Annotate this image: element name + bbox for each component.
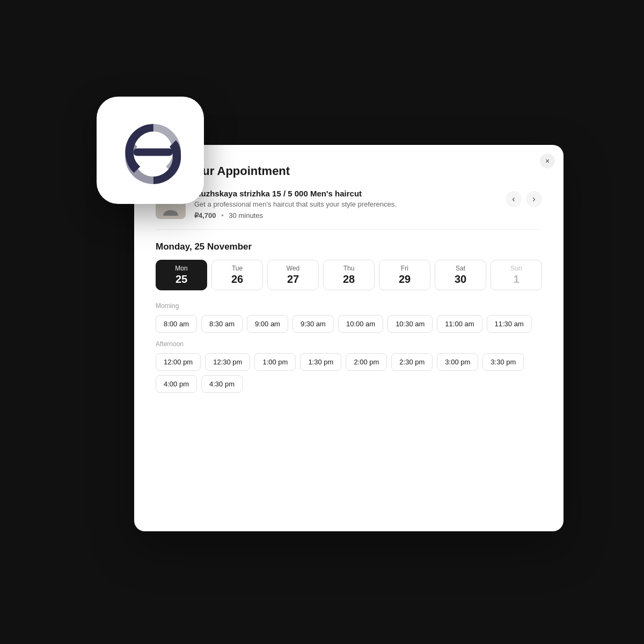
- day-button[interactable]: Thu28: [323, 260, 375, 290]
- time-slot-button[interactable]: 12:30 pm: [205, 353, 250, 371]
- squarespace-logo-icon: [113, 113, 188, 188]
- time-slot-button[interactable]: 3:30 pm: [482, 353, 524, 371]
- time-slot-button[interactable]: 11:30 am: [487, 315, 532, 333]
- service-meta: ₽4,700 • 30 minutes: [194, 211, 542, 219]
- booking-card: × Book Your Appointment Muzhskaya strizh…: [134, 145, 564, 531]
- service-duration: 30 minutes: [229, 211, 263, 219]
- morning-label: Morning: [156, 302, 542, 310]
- time-slot-button[interactable]: 8:00 am: [156, 315, 197, 333]
- time-slot-button[interactable]: 4:30 pm: [201, 375, 243, 393]
- service-price: ₽4,700: [194, 211, 216, 219]
- service-row: Muzhskaya strizhka 15 / 5 000 Men's hair…: [156, 189, 542, 230]
- day-button[interactable]: Mon25: [156, 260, 207, 290]
- day-picker: Mon25Tue26Wed27Thu28Fri29Sat30Sun1: [156, 260, 542, 290]
- service-name: Muzhskaya strizhka 15 / 5 000 Men's hair…: [194, 189, 542, 198]
- page-title: Book Your Appointment: [156, 164, 542, 178]
- time-slot-button[interactable]: 9:30 am: [292, 315, 334, 333]
- app-icon: [97, 97, 204, 204]
- time-slot-button[interactable]: 8:30 am: [201, 315, 243, 333]
- day-button[interactable]: Sat30: [435, 260, 486, 290]
- time-slot-button[interactable]: 2:00 pm: [346, 353, 387, 371]
- time-slot-button[interactable]: 4:00 pm: [156, 375, 197, 393]
- service-info: Muzhskaya strizhka 15 / 5 000 Men's hair…: [194, 189, 542, 219]
- afternoon-slots: 12:00 pm12:30 pm1:00 pm1:30 pm2:00 pm2:3…: [156, 353, 542, 393]
- day-button[interactable]: Wed27: [267, 260, 319, 290]
- time-slot-button[interactable]: 2:30 pm: [391, 353, 433, 371]
- morning-slots: 8:00 am8:30 am9:00 am9:30 am10:00 am10:3…: [156, 315, 542, 333]
- day-button[interactable]: Tue26: [211, 260, 263, 290]
- prev-button[interactable]: ‹: [506, 191, 522, 207]
- service-description: Get a professional men's haircut that su…: [194, 200, 542, 208]
- afternoon-label: Afternoon: [156, 340, 542, 348]
- time-slot-button[interactable]: 10:30 am: [387, 315, 433, 333]
- date-heading: Monday, 25 November: [156, 241, 542, 252]
- svg-rect-0: [134, 149, 173, 156]
- day-button[interactable]: Fri29: [379, 260, 430, 290]
- time-slot-button[interactable]: 11:00 am: [437, 315, 482, 333]
- time-slot-button[interactable]: 1:30 pm: [300, 353, 341, 371]
- next-button[interactable]: ›: [526, 191, 542, 207]
- time-slot-button[interactable]: 3:00 pm: [437, 353, 478, 371]
- time-slot-button[interactable]: 1:00 pm: [254, 353, 296, 371]
- time-slot-button[interactable]: 9:00 am: [247, 315, 288, 333]
- time-slot-button[interactable]: 12:00 pm: [156, 353, 201, 371]
- time-slot-button[interactable]: 10:00 am: [338, 315, 383, 333]
- close-button[interactable]: ×: [540, 153, 555, 169]
- nav-arrows: ‹ ›: [506, 191, 542, 207]
- day-button[interactable]: Sun1: [491, 260, 542, 290]
